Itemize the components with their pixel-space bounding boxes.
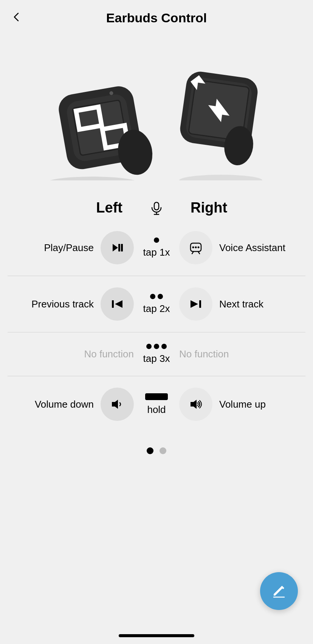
- edit-fab-button[interactable]: [260, 572, 298, 610]
- page-dot-2[interactable]: [160, 447, 166, 454]
- left-cell-prev-track: Previous track: [15, 287, 134, 321]
- left-cell-volume-down: Volume down: [15, 388, 134, 421]
- home-indicator: [119, 634, 194, 637]
- tap-3x-label: tap 3x: [143, 353, 170, 365]
- svg-rect-30: [199, 300, 201, 308]
- play-pause-icon-btn[interactable]: [101, 231, 134, 264]
- right-cell-next-track: Next track: [179, 287, 298, 321]
- center-tap3x: tap 3x: [134, 344, 179, 365]
- tap-dots-2: [150, 294, 163, 299]
- svg-point-15: [43, 177, 141, 180]
- prev-track-icon-btn[interactable]: [101, 287, 134, 321]
- no-function-right-label: No function: [179, 348, 229, 360]
- pagination: [0, 432, 313, 462]
- center-tap2x: tap 2x: [134, 294, 179, 315]
- control-row-tap2x: Previous track tap 2x Next t: [8, 276, 305, 332]
- next-track-icon-btn[interactable]: [179, 287, 212, 321]
- svg-rect-22: [121, 244, 123, 251]
- back-button[interactable]: [11, 12, 22, 24]
- control-row-tap1x: Play/Pause tap 1x: [8, 220, 305, 276]
- svg-rect-27: [112, 300, 114, 308]
- volume-up-label: Volume up: [219, 399, 266, 410]
- tap-dot: [150, 294, 155, 299]
- left-column-header: Left: [15, 200, 134, 216]
- page-dot-1[interactable]: [147, 447, 153, 454]
- svg-marker-32: [191, 400, 197, 409]
- control-row-tap3x: No function tap 3x No function: [8, 332, 305, 376]
- left-cell-play-pause: Play/Pause: [15, 231, 134, 264]
- svg-rect-21: [118, 244, 120, 251]
- volume-down-icon-btn[interactable]: [101, 388, 134, 421]
- svg-point-16: [179, 175, 262, 180]
- tap-dot: [158, 294, 163, 299]
- svg-marker-31: [112, 400, 118, 409]
- tap-dots-1: [154, 237, 159, 243]
- svg-point-25: [195, 247, 197, 248]
- hold-label: hold: [147, 404, 166, 416]
- control-row-hold: Volume down hold: [8, 376, 305, 432]
- svg-marker-29: [191, 300, 198, 308]
- svg-rect-12: [195, 83, 218, 106]
- no-function-left-label: No function: [84, 348, 134, 360]
- page-title: Earbuds Control: [106, 11, 207, 25]
- tap-dot: [154, 237, 159, 243]
- right-column-header: Right: [179, 200, 298, 216]
- play-pause-label: Play/Pause: [44, 242, 94, 254]
- center-hold: hold: [134, 393, 179, 416]
- tap-1x-label: tap 1x: [143, 247, 170, 258]
- column-headers: Left Right: [8, 199, 305, 216]
- voice-assistant-label: Voice Assistant: [219, 242, 285, 254]
- voice-assistant-icon-btn[interactable]: [179, 231, 212, 264]
- hold-bar: [145, 393, 168, 400]
- tap-2x-label: tap 2x: [143, 303, 170, 315]
- controls-section: Left Right Play/Pause: [0, 199, 313, 432]
- volume-up-icon-btn[interactable]: [179, 388, 212, 421]
- right-cell-voice-assistant: Voice Assistant: [179, 231, 298, 264]
- tap-dot: [154, 344, 159, 349]
- svg-rect-17: [154, 202, 159, 210]
- right-cell-no-function-2: No function: [179, 348, 298, 360]
- right-cell-volume-up: Volume up: [179, 388, 298, 421]
- center-tap1x: tap 1x: [134, 237, 179, 258]
- touch-icon: [134, 199, 179, 216]
- svg-marker-28: [115, 300, 122, 308]
- svg-marker-20: [113, 244, 118, 251]
- tap-dot: [161, 344, 167, 349]
- tap-dots-3: [146, 344, 167, 349]
- svg-point-26: [198, 247, 200, 248]
- prev-track-label: Previous track: [31, 298, 94, 310]
- earbuds-image: [0, 33, 313, 192]
- svg-point-24: [192, 247, 194, 248]
- left-cell-no-function-1: No function: [15, 348, 134, 360]
- volume-down-label: Volume down: [35, 399, 94, 410]
- earbuds-svg: [24, 44, 289, 180]
- header: Earbuds Control: [0, 0, 313, 33]
- tap-dot: [146, 344, 152, 349]
- next-track-label: Next track: [219, 298, 263, 310]
